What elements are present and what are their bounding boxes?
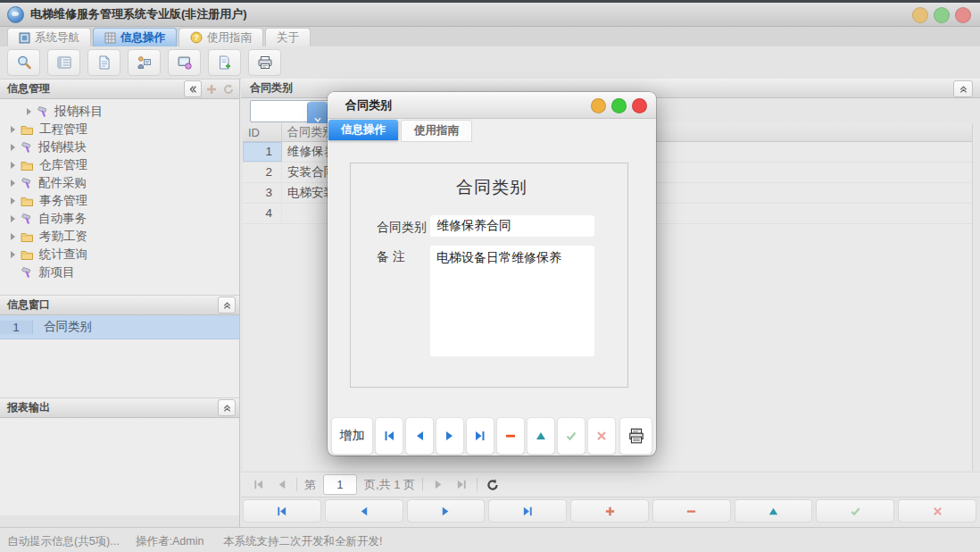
dialog-minimize-button[interactable] — [591, 98, 606, 113]
prev-icon — [358, 506, 370, 517]
cell-id: 4 — [243, 204, 282, 223]
next-icon — [444, 430, 456, 442]
expand-arrow-icon[interactable] — [11, 197, 15, 205]
pager-next-button[interactable] — [430, 479, 446, 490]
list-view-button[interactable] — [47, 49, 80, 76]
expand-arrow-placeholder — [11, 269, 15, 276]
grid-icon — [104, 32, 116, 44]
confirm-button[interactable] — [816, 499, 894, 523]
category-input[interactable] — [430, 215, 594, 237]
minimize-button[interactable] — [912, 7, 928, 23]
title-bar: 电梯维修服务管理系统专业版(非注册用户) — [0, 3, 980, 27]
print-record-button[interactable] — [619, 417, 652, 455]
tree-item-label: 报销科目 — [54, 104, 103, 120]
panel-collapse-button[interactable] — [953, 80, 973, 97]
nav-prev-button[interactable] — [325, 499, 403, 523]
tree-item-baoxiao-mokuai[interactable]: 报销模块 — [0, 138, 239, 156]
nav-prev-button[interactable] — [405, 417, 434, 455]
nav-first-button[interactable] — [375, 417, 403, 455]
remark-textarea[interactable]: 电梯设备日常维修保养 — [430, 246, 594, 356]
tab-info-operation[interactable]: 信息操作 — [93, 28, 177, 46]
expand-arrow-icon[interactable] — [11, 233, 15, 240]
expand-arrow-icon[interactable] — [11, 180, 15, 187]
expand-arrow-icon[interactable] — [11, 162, 15, 169]
cancel-button[interactable] — [587, 417, 616, 455]
pager-prev-button[interactable] — [273, 479, 289, 490]
plus-icon — [205, 83, 218, 96]
tab-system-nav[interactable]: 系统导航 — [7, 28, 91, 46]
tree-item-tongji[interactable]: 统计查询 — [0, 246, 239, 263]
pager-first-button[interactable] — [250, 479, 266, 490]
tree-item-cangku[interactable]: 仓库管理 — [0, 156, 239, 174]
remark-field-label: 备 注 — [377, 249, 405, 265]
tree-item-xinxiangmu[interactable]: 新项目 — [0, 263, 239, 281]
edit-record-button[interactable] — [527, 417, 555, 455]
tab-about[interactable]: 关于 — [265, 28, 311, 46]
monitor-button[interactable] — [168, 49, 201, 76]
tree-item-zidong[interactable]: 自动事务 — [0, 210, 239, 228]
tree-item-peijian[interactable]: 配件采购 — [0, 174, 239, 192]
document-icon — [96, 54, 112, 71]
confirm-button[interactable] — [557, 417, 586, 455]
expand-arrow-icon[interactable] — [11, 215, 15, 222]
tab-label: 系统导航 — [35, 30, 79, 46]
collapse-up-button[interactable] — [218, 399, 236, 416]
maximize-button[interactable] — [934, 7, 950, 23]
next-icon — [433, 479, 444, 490]
tree-item-baoxiao-kemu[interactable]: 报销科目 — [0, 103, 239, 121]
dialog-tab-info-operation[interactable]: 信息操作 — [328, 120, 398, 140]
document-button[interactable] — [87, 49, 120, 76]
nav-first-button[interactable] — [243, 499, 321, 523]
pager-last-button[interactable] — [453, 479, 469, 490]
close-button[interactable] — [955, 7, 971, 23]
expand-arrow-icon[interactable] — [27, 108, 31, 115]
record-toolbar — [241, 498, 978, 523]
tree-item-shiwu[interactable]: 事务管理 — [0, 192, 239, 210]
minus-icon — [504, 430, 517, 442]
nav-last-button[interactable] — [466, 417, 494, 455]
last-icon — [474, 430, 486, 442]
search-button[interactable] — [7, 49, 40, 76]
tree-item-gongcheng[interactable]: 工程管理 — [0, 121, 239, 138]
doc-add-button[interactable] — [208, 49, 241, 76]
pager-refresh-button[interactable] — [485, 478, 501, 492]
tab-label: 信息操作 — [120, 30, 165, 46]
refresh-icon — [222, 83, 235, 96]
nav-next-button[interactable] — [407, 499, 486, 523]
nav-next-button[interactable] — [436, 417, 464, 455]
info-window-row[interactable]: 1 合同类别 — [0, 315, 239, 339]
collapse-left-button[interactable] — [184, 80, 202, 97]
dialog-maximize-button[interactable] — [611, 98, 627, 113]
dialog-tab-user-guide[interactable]: 使用指南 — [401, 120, 472, 142]
expand-arrow-icon[interactable] — [11, 144, 15, 151]
cell-id: 3 — [243, 183, 282, 203]
dialog-close-button[interactable] — [632, 98, 647, 113]
row-label: 合同类别 — [33, 319, 92, 335]
add-button[interactable]: 增加 — [331, 417, 373, 455]
tree-item-kaoqin[interactable]: 考勤工资 — [0, 228, 239, 246]
print-button[interactable] — [248, 49, 281, 76]
tab-user-guide[interactable]: ? 使用指南 — [179, 28, 263, 46]
expand-arrow-icon[interactable] — [11, 251, 15, 258]
filter-combobox[interactable] — [250, 100, 329, 122]
separator — [422, 478, 423, 491]
check-icon — [850, 506, 861, 517]
edit-record-button[interactable] — [735, 499, 813, 523]
delete-record-button[interactable] — [652, 499, 731, 523]
user-report-button[interactable] — [128, 49, 161, 76]
collapse-up-button[interactable] — [218, 297, 236, 314]
add-panel-button[interactable] — [205, 83, 218, 96]
contract-type-dialog: 合同类别 信息操作 使用指南 合同类别 合同类别 备 注 电梯设备日常维修保养 … — [328, 92, 656, 456]
expand-arrow-icon[interactable] — [11, 126, 15, 133]
doc-add-icon — [217, 54, 233, 71]
tab-label: 关于 — [277, 30, 299, 46]
chevron-double-up-icon — [222, 300, 232, 310]
delete-record-button[interactable] — [496, 417, 525, 455]
cancel-button[interactable] — [898, 499, 976, 523]
refresh-icon — [486, 478, 500, 492]
add-record-button[interactable] — [570, 499, 649, 523]
nav-last-button[interactable] — [488, 499, 567, 523]
page-number-input[interactable] — [323, 474, 357, 495]
column-header-id[interactable]: ID — [243, 123, 282, 141]
refresh-panel-button[interactable] — [222, 83, 235, 96]
